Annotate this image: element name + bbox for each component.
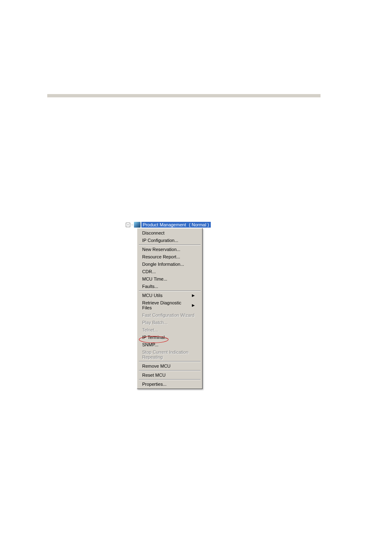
menu-separator — [139, 379, 201, 380]
menu-fast-config-wizard: Fast Configuration Wizard — [138, 311, 201, 319]
menu-remove-mcu[interactable]: Remove MCU — [138, 362, 201, 370]
menu-retrieve-diagnostic-label: Retrieve Diagnostic Files — [142, 300, 192, 310]
menu-snmp[interactable]: SNMP... — [138, 341, 201, 348]
menu-resource-report[interactable]: Resource Report... — [138, 253, 201, 260]
menu-separator — [139, 290, 201, 291]
submenu-arrow-icon: ▶ — [192, 303, 195, 307]
menu-reset-mcu[interactable]: Reset MCU — [138, 371, 201, 379]
menu-mcu-time[interactable]: MCU Time... — [138, 275, 201, 283]
menu-play-batch: Play Batch... — [138, 319, 201, 326]
submenu-arrow-icon: ▶ — [192, 293, 195, 297]
menu-stop-indication: Stop Current Indication Repeating — [138, 348, 201, 361]
menu-properties[interactable]: Properties... — [138, 380, 201, 388]
tree-node-row[interactable]: − ··· Product Management ( Normal ) — [126, 222, 211, 228]
mcu-icon — [134, 222, 141, 228]
menu-mcu-utils-label: MCU Utils — [142, 293, 163, 298]
menu-separator — [139, 361, 201, 362]
menu-new-reservation[interactable]: New Reservation... — [138, 246, 201, 253]
tree-label-text: Product Management — [143, 222, 186, 227]
context-menu: Disconnect IP Configuration... New Reser… — [137, 228, 203, 389]
grey-bar — [47, 94, 321, 97]
menu-ip-configuration[interactable]: IP Configuration... — [138, 237, 201, 244]
menu-separator — [139, 370, 201, 371]
menu-faults[interactable]: Faults... — [138, 283, 201, 290]
tree-node-label[interactable]: Product Management ( Normal ) — [141, 222, 211, 228]
menu-dongle-information[interactable]: Dongle Information... — [138, 260, 201, 268]
menu-area: − ··· Product Management ( Normal ) Disc… — [126, 222, 211, 228]
tree-expander-icon[interactable]: − — [126, 223, 130, 227]
menu-cdr[interactable]: CDR... — [138, 268, 201, 275]
menu-separator — [139, 244, 201, 245]
menu-telnet: Telnet... — [138, 326, 201, 334]
tree-connector: ··· — [131, 223, 133, 227]
menu-retrieve-diagnostic[interactable]: Retrieve Diagnostic Files ▶ — [138, 299, 201, 311]
menu-ip-terminal[interactable]: IP Terminal... — [138, 334, 201, 341]
menu-disconnect[interactable]: Disconnect — [138, 229, 201, 237]
menu-mcu-utils[interactable]: MCU Utils ▶ — [138, 292, 201, 299]
tree-status-text: ( Normal ) — [189, 222, 209, 227]
